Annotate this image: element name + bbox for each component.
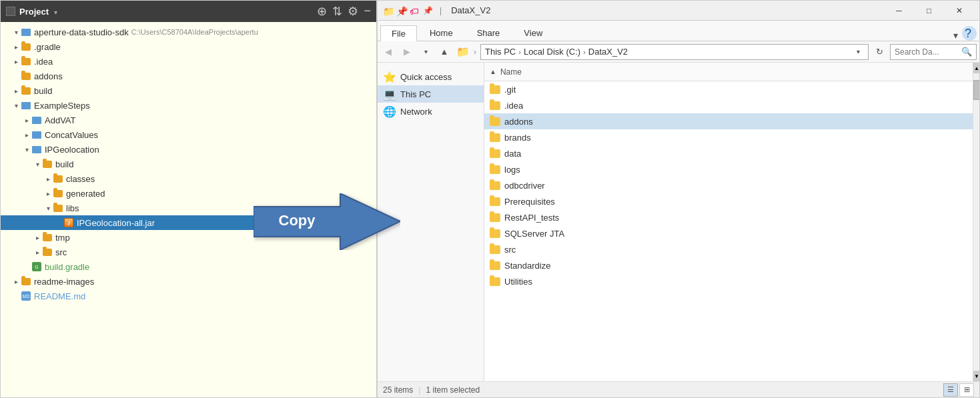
arrow-ExampleSteps: [11, 102, 21, 109]
explorer-title-icons: 📁 📌 🏷 📌: [383, 6, 433, 15]
ide-network-btn[interactable]: ⊕: [317, 4, 327, 19]
nav-network[interactable]: 🌐 Network: [378, 103, 484, 120]
breadcrumb-datax[interactable]: DataX_V2: [588, 47, 628, 57]
explorer-restore-btn[interactable]: □: [914, 1, 944, 21]
ide-settings-btn[interactable]: ⚙: [348, 4, 358, 19]
search-input[interactable]: [895, 47, 959, 57]
tab-view[interactable]: View: [512, 25, 554, 41]
scrollbar-thumb[interactable]: [973, 80, 979, 100]
file-folder-icon-7: [490, 197, 500, 206]
forward-btn[interactable]: ▶: [399, 44, 415, 60]
this-pc-label: This PC: [400, 89, 431, 99]
refresh-btn[interactable]: ↻: [871, 44, 887, 60]
path-dropdown-btn[interactable]: ▾: [852, 48, 864, 55]
file-item-0[interactable]: .git: [484, 81, 973, 97]
file-item-5[interactable]: logs: [484, 161, 973, 177]
file-item-2[interactable]: addons: [484, 113, 973, 129]
ide-titlebar: Project ▾ ⊕ ⇅ ⚙ −: [1, 1, 376, 22]
quick-access-icon: ⭐: [383, 71, 396, 83]
tree-item-readme-images[interactable]: readme-images: [1, 274, 376, 289]
file-item-6[interactable]: odbcdriver: [484, 177, 973, 193]
icon-build: [21, 86, 31, 95]
file-item-name-11: Standardize: [504, 261, 550, 271]
breadcrumb-local-disk[interactable]: Local Disk (C:): [524, 47, 580, 57]
tab-share[interactable]: Share: [466, 25, 512, 41]
ide-window-controls: ⊕ ⇅ ⚙ −: [317, 4, 371, 19]
file-item-name-8: RestAPI_tests: [504, 213, 559, 223]
explorer-statusbar: 25 items | 1 item selected ☰ ⊞: [378, 381, 979, 397]
tree-item-build[interactable]: build: [1, 83, 376, 98]
arrow-tmp: [33, 234, 42, 241]
tree-item-ip-build[interactable]: build: [1, 157, 376, 171]
file-item-11[interactable]: Standardize: [484, 257, 973, 273]
icon-build.gradle: G: [31, 262, 42, 271]
ide-split-btn[interactable]: ⇅: [332, 4, 342, 19]
nav-this-pc[interactable]: 💻 This PC: [378, 85, 484, 103]
tab-file[interactable]: File: [380, 25, 417, 41]
file-folder-icon-4: [490, 149, 500, 158]
explorer-close-btn[interactable]: ✕: [944, 1, 974, 21]
tree-item-addons[interactable]: addons: [1, 69, 376, 83]
tree-container: .gradle .idea addons build ExampleSteps: [1, 39, 376, 303]
recent-locations-btn[interactable]: ▾: [418, 44, 434, 60]
details-view-btn[interactable]: ☰: [943, 383, 958, 397]
sort-up-icon[interactable]: ▲: [490, 68, 496, 75]
path-folder-icon: 📁: [456, 45, 470, 58]
explorer-minimize-btn[interactable]: ─: [884, 1, 914, 21]
explorer-win-controls: ─ □ ✕: [884, 1, 974, 21]
nav-quick-access[interactable]: ⭐ Quick access: [378, 68, 484, 85]
file-item-3[interactable]: brands: [484, 129, 973, 145]
label-build: build: [34, 86, 52, 96]
tree-item-ExampleSteps[interactable]: ExampleSteps: [1, 98, 376, 113]
ide-dropdown-icon[interactable]: ▾: [54, 9, 57, 16]
tree-root[interactable]: aperture-data-studio-sdk C:\Users\C58704…: [1, 25, 376, 39]
tree-item-build.gradle[interactable]: G build.gradle: [1, 259, 376, 274]
file-folder-icon-11: [490, 261, 500, 270]
tree-item-AddVAT[interactable]: AddVAT: [1, 113, 376, 127]
label-ExampleSteps: ExampleSteps: [34, 101, 90, 111]
file-item-8[interactable]: RestAPI_tests: [484, 209, 973, 225]
back-btn[interactable]: ◀: [380, 44, 396, 60]
tab-home[interactable]: Home: [418, 25, 464, 41]
address-bar: ◀ ▶ ▾ ▲ 📁 › This PC › Local Disk (C:) › …: [378, 41, 979, 63]
file-item-10[interactable]: src: [484, 241, 973, 257]
explorer-pin-icon: 📌: [396, 6, 407, 15]
tree-item-classes[interactable]: classes: [1, 171, 376, 186]
tree-item-IPGeolocation[interactable]: IPGeolocation: [1, 142, 376, 157]
icon-libs: [53, 203, 63, 213]
breadcrumb-sep-1: ›: [518, 48, 521, 56]
icon-src: [42, 247, 53, 257]
explorer-tag-icon: 🏷: [410, 6, 420, 15]
file-folder-icon-8: [490, 213, 500, 222]
icon-AddVAT: [31, 115, 42, 125]
ide-minimize-btn[interactable]: −: [364, 4, 371, 19]
tree-item-README.md[interactable]: MD README.md: [1, 289, 376, 303]
svg-marker-0: [254, 193, 400, 250]
status-items-count: 25 items: [383, 385, 413, 395]
up-btn[interactable]: ▲: [436, 44, 452, 60]
ribbon-expand-btn[interactable]: ▾: [953, 30, 961, 41]
file-item-7[interactable]: Prerequisites: [484, 193, 973, 209]
arrow-idea: [11, 58, 21, 65]
file-item-4[interactable]: data: [484, 145, 973, 161]
icon-generated: [53, 189, 63, 198]
icon-readme-images: [21, 277, 31, 286]
explorer-folder-icon: 📁: [383, 6, 394, 15]
files-column-name: Name: [500, 67, 967, 77]
breadcrumb-sep-2: ›: [583, 48, 586, 56]
tree-item-idea[interactable]: .idea: [1, 54, 376, 69]
file-item-9[interactable]: SQLServer JTA: [484, 225, 973, 241]
search-box[interactable]: 🔍: [890, 44, 977, 60]
tree-item-gradle[interactable]: .gradle: [1, 39, 376, 54]
arrow-build: [11, 87, 21, 95]
file-item-12[interactable]: Utilities: [484, 273, 973, 289]
breadcrumb-this-pc[interactable]: This PC: [485, 47, 516, 57]
file-item-1[interactable]: .idea: [484, 97, 973, 113]
tree-item-ConcatValues[interactable]: ConcatValues: [1, 127, 376, 142]
scrollbar-up-btn[interactable]: ▲: [973, 63, 979, 73]
ide-project-label: Project: [19, 7, 49, 17]
scrollbar-down-btn[interactable]: ▼: [973, 371, 979, 381]
help-btn[interactable]: ?: [962, 26, 977, 41]
large-icons-btn[interactable]: ⊞: [959, 383, 974, 397]
address-path-box[interactable]: This PC › Local Disk (C:) › DataX_V2 ▾: [480, 44, 869, 60]
